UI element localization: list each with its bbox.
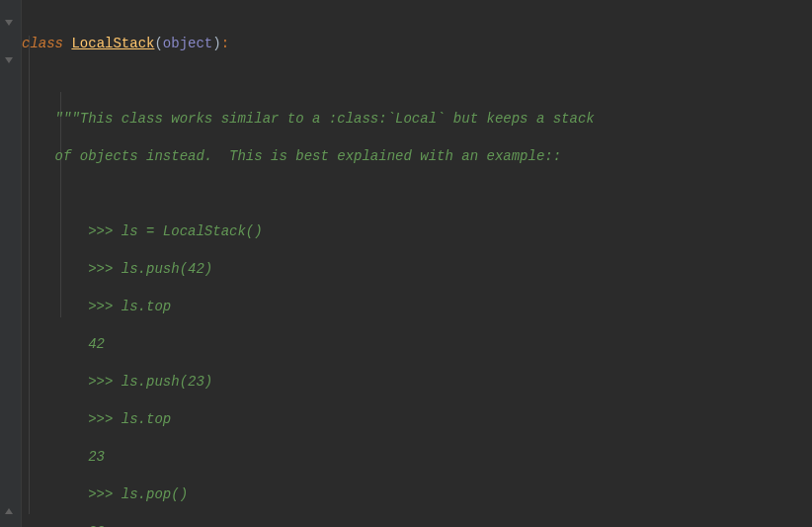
- keyword: class: [22, 36, 71, 51]
- docstring-line: >>> ls = LocalStack(): [22, 222, 669, 241]
- gutter: [0, 0, 22, 527]
- blank-line: [22, 185, 669, 204]
- docstring-line: >>> ls.push(42): [22, 260, 669, 279]
- docstring-line: >>> ls.top: [22, 298, 669, 316]
- blank-line: [22, 72, 669, 91]
- paren: ): [212, 36, 220, 51]
- docstring-line: """This class works similar to a :class:…: [22, 110, 669, 129]
- fold-icon[interactable]: [4, 18, 16, 30]
- docstring-line: 42: [22, 335, 669, 354]
- colon: :: [221, 36, 229, 51]
- code-editor[interactable]: class LocalStack(object): """This class …: [22, 16, 669, 527]
- docstring-line: of objects instead. This is best explain…: [22, 147, 669, 166]
- code-line: class LocalStack(object):: [22, 35, 669, 53]
- paren: (: [154, 36, 162, 51]
- base-class: object: [163, 36, 212, 51]
- docstring-line: 23: [22, 448, 669, 467]
- class-name: LocalStack: [71, 36, 154, 51]
- docstring-line: 23: [22, 523, 669, 527]
- fold-icon[interactable]: [4, 55, 16, 67]
- docstring-line: >>> ls.top: [22, 410, 669, 429]
- fold-up-icon[interactable]: [4, 506, 16, 518]
- docstring-line: >>> ls.push(23): [22, 373, 669, 392]
- docstring-line: >>> ls.pop(): [22, 485, 669, 504]
